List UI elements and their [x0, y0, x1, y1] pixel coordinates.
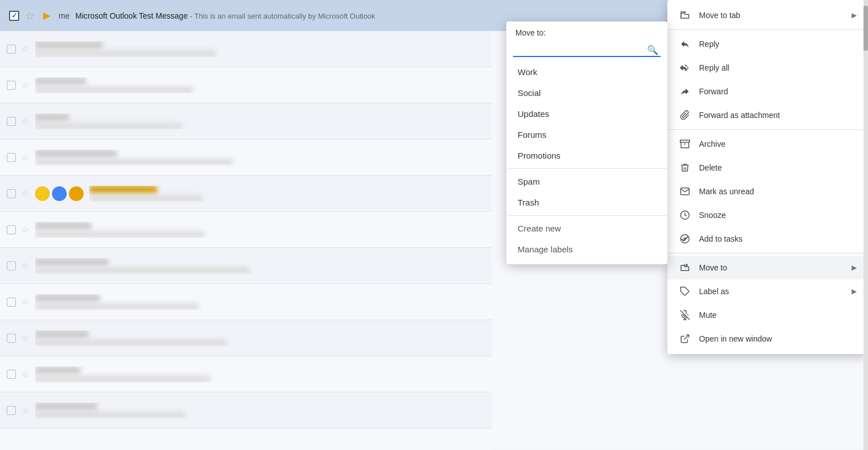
- avatar: [52, 186, 67, 201]
- row-star-icon[interactable]: ☆: [21, 260, 29, 271]
- row-star-icon[interactable]: ☆: [21, 152, 29, 163]
- mark-unread-icon: [679, 185, 691, 198]
- row-checkbox[interactable]: [7, 298, 16, 307]
- list-item[interactable]: ☆: [0, 248, 492, 284]
- move-to-manage-labels[interactable]: Manage labels: [506, 239, 667, 260]
- row-content: [35, 366, 485, 382]
- reply-label: Reply: [699, 40, 857, 49]
- avatar: [35, 186, 50, 201]
- context-menu-item-reply[interactable]: Reply: [667, 32, 868, 56]
- row-checkbox[interactable]: [7, 189, 16, 198]
- row-subject: [35, 50, 216, 57]
- move-to-icon: [679, 261, 691, 274]
- context-menu-item-add-tasks[interactable]: Add to tasks: [667, 227, 868, 251]
- row-content: [35, 222, 485, 238]
- move-to-label-forums[interactable]: Forums: [506, 124, 667, 145]
- forward-attachment-label: Forward as attachment: [699, 111, 857, 120]
- list-item[interactable]: ☆: [0, 103, 492, 139]
- context-menu-item-delete[interactable]: Delete: [667, 156, 868, 180]
- context-menu-item-move-to[interactable]: Move to ▶: [667, 256, 868, 279]
- context-menu-item-archive[interactable]: Archive: [667, 132, 868, 156]
- reply-all-label: Reply all: [699, 63, 857, 72]
- select-checkbox[interactable]: [9, 11, 19, 21]
- row-checkbox[interactable]: [7, 261, 16, 270]
- context-menu-item-mute[interactable]: Mute: [667, 303, 868, 327]
- mark-unread-label: Mark as unread: [699, 187, 857, 196]
- forward-label: Forward: [699, 87, 857, 96]
- sender-name: me: [59, 11, 70, 20]
- row-checkbox[interactable]: [7, 406, 16, 415]
- row-sender: [35, 294, 100, 302]
- context-menu-item-mark-unread[interactable]: Mark as unread: [667, 180, 868, 203]
- row-checkbox[interactable]: [7, 81, 16, 90]
- star-icon[interactable]: ☆: [25, 9, 35, 23]
- manage-labels-label: Manage labels: [518, 244, 573, 254]
- add-tasks-icon: [679, 233, 691, 245]
- scrollbar[interactable]: [863, 0, 868, 450]
- context-menu-item-label-as[interactable]: Label as ▶: [667, 279, 868, 303]
- row-subject: [35, 231, 205, 238]
- row-star-icon[interactable]: ☆: [21, 80, 29, 90]
- row-sender: [35, 113, 69, 121]
- label-as-icon: [679, 285, 691, 298]
- reply-all-icon: [679, 62, 691, 74]
- context-menu-item-open-window[interactable]: Open in new window: [667, 327, 868, 351]
- move-to-spam[interactable]: Spam: [506, 171, 667, 192]
- list-item[interactable]: ☆: [0, 320, 492, 356]
- delete-label: Delete: [699, 163, 857, 172]
- row-star-icon[interactable]: ☆: [21, 405, 29, 416]
- open-window-icon: [679, 333, 691, 345]
- list-item[interactable]: ☆: [0, 31, 492, 67]
- row-star-icon[interactable]: ☆: [21, 296, 29, 307]
- row-star-icon[interactable]: ☆: [21, 188, 29, 199]
- row-star-icon[interactable]: ☆: [21, 224, 29, 235]
- context-menu-item-forward[interactable]: Forward: [667, 80, 868, 103]
- add-tasks-label: Add to tasks: [699, 234, 857, 243]
- row-content: [35, 150, 485, 165]
- svg-line-11: [684, 335, 689, 339]
- row-star-icon[interactable]: ☆: [21, 333, 29, 343]
- row-content: [35, 294, 485, 310]
- mute-icon: [679, 309, 691, 321]
- context-menu-item-forward-attachment[interactable]: Forward as attachment: [667, 103, 868, 127]
- context-menu-item-reply-all[interactable]: Reply all: [667, 56, 868, 80]
- list-item[interactable]: ☆: [0, 284, 492, 320]
- move-to-dropdown: Move to: 🔍 Work Social Updates Forums Pr…: [506, 21, 667, 264]
- row-content: [35, 258, 485, 274]
- list-item[interactable]: ☆: [0, 67, 492, 103]
- row-checkbox[interactable]: [7, 45, 16, 54]
- menu-divider: [667, 29, 868, 30]
- row-subject: [35, 86, 193, 93]
- menu-divider: [667, 253, 868, 254]
- move-to-label-updates[interactable]: Updates: [506, 103, 667, 124]
- list-item[interactable]: ☆: [0, 392, 492, 429]
- scrollbar-thumb[interactable]: [863, 6, 868, 51]
- submenu-arrow: ▶: [852, 264, 857, 272]
- row-checkbox[interactable]: [7, 370, 16, 379]
- move-to-label-social[interactable]: Social: [506, 82, 667, 103]
- list-item[interactable]: ☆: [0, 212, 492, 248]
- dropdown-divider: [506, 168, 667, 169]
- context-menu-item-move-to-tab[interactable]: Move to tab ▶: [667, 3, 868, 27]
- move-to-tab-label: Move to tab: [699, 11, 844, 20]
- move-to-search-input[interactable]: [513, 42, 661, 57]
- row-checkbox[interactable]: [7, 225, 16, 234]
- context-menu-item-snooze[interactable]: Snooze: [667, 203, 868, 227]
- context-menu: Move to tab ▶ Reply Reply all Forward: [667, 0, 868, 354]
- row-star-icon[interactable]: ☆: [21, 369, 29, 379]
- row-star-icon[interactable]: ☆: [21, 116, 29, 126]
- row-checkbox[interactable]: [7, 117, 16, 126]
- move-to-create-new[interactable]: Create new: [506, 218, 667, 239]
- row-checkbox[interactable]: [7, 153, 16, 162]
- move-to-label-promotions[interactable]: Promotions: [506, 145, 667, 166]
- search-icon: 🔍: [647, 44, 658, 55]
- list-item[interactable]: ☆: [0, 176, 492, 212]
- move-to-trash[interactable]: Trash: [506, 192, 667, 213]
- list-item[interactable]: ☆: [0, 356, 492, 392]
- row-checkbox[interactable]: [7, 334, 16, 343]
- move-to-label-work[interactable]: Work: [506, 62, 667, 82]
- list-item[interactable]: ☆: [0, 139, 492, 176]
- row-star-icon[interactable]: ☆: [21, 43, 29, 54]
- svg-rect-0: [680, 140, 690, 142]
- row-subject: [35, 123, 182, 129]
